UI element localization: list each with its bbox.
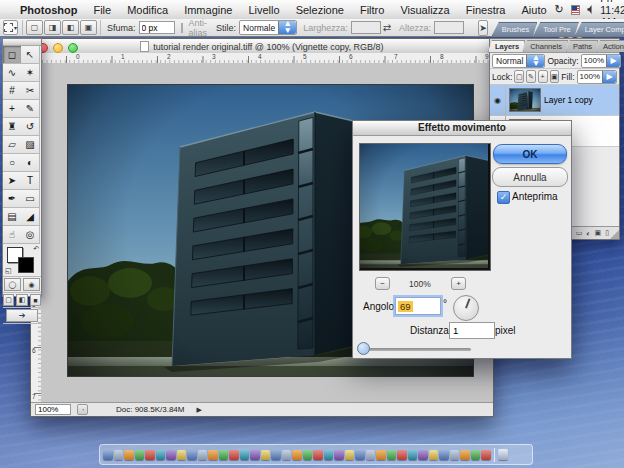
document-title-bar[interactable]: tutorial render original.tiff @ 100% (Vi… xyxy=(31,39,493,54)
height-input[interactable] xyxy=(434,21,464,34)
default-colors-icon[interactable]: ◱ xyxy=(5,267,12,275)
tool-hand[interactable]: ☝ xyxy=(3,226,22,244)
layer-name[interactable]: Layer 1 copy xyxy=(544,95,593,105)
angle-dial[interactable] xyxy=(453,295,479,321)
volume-icon[interactable] xyxy=(587,5,593,14)
toolbox-title-bar[interactable] xyxy=(3,39,41,46)
tool-dodge[interactable]: ◐ xyxy=(21,154,40,172)
layer-set-icon[interactable]: ▭ xyxy=(576,229,583,237)
tool-clone-stamp[interactable]: ♜ xyxy=(3,118,22,136)
feather-input[interactable] xyxy=(139,21,175,34)
add-selection-button[interactable]: ◨ xyxy=(44,20,61,35)
dock-icon[interactable] xyxy=(114,450,124,460)
dock-icon[interactable] xyxy=(408,450,418,460)
background-color-swatch[interactable] xyxy=(18,257,34,273)
status-arrow-icon[interactable]: ▶ xyxy=(196,406,201,414)
distance-slider-knob[interactable] xyxy=(357,342,370,355)
dock-icon[interactable] xyxy=(261,450,271,460)
tool-pen[interactable]: ✒ xyxy=(3,190,22,208)
tool-eraser[interactable]: ▱ xyxy=(3,136,22,154)
fullscreen-menubar-button[interactable]: ◧ xyxy=(16,294,27,306)
menu-finestra[interactable]: Finestra xyxy=(458,4,514,16)
tool-zoom[interactable]: ◎ xyxy=(21,226,40,244)
dock-icon[interactable] xyxy=(429,450,439,460)
tool-magic-wand[interactable]: ✶ xyxy=(21,64,40,82)
subtract-selection-button[interactable]: ◧ xyxy=(62,20,79,35)
menu-filtro[interactable]: Filtro xyxy=(352,4,392,16)
dock-icon[interactable] xyxy=(145,450,155,460)
distance-input[interactable] xyxy=(449,322,495,339)
resize-grip[interactable] xyxy=(610,230,619,239)
delete-layer-icon[interactable]: ▯ xyxy=(605,229,609,237)
new-selection-button[interactable]: ▢ xyxy=(26,20,43,35)
dock-icon[interactable] xyxy=(471,450,481,460)
palette-well-tab-layer-comps[interactable]: Layer Comps xyxy=(575,22,624,36)
input-language-flag-icon[interactable] xyxy=(571,5,581,15)
dock-icon[interactable] xyxy=(387,450,397,460)
dock-icon[interactable] xyxy=(156,450,166,460)
tool-shape[interactable]: ▭ xyxy=(21,190,40,208)
trash-icon[interactable] xyxy=(498,449,508,460)
dock-icon[interactable] xyxy=(450,450,460,460)
dock-icon[interactable] xyxy=(397,450,407,460)
preview-image[interactable] xyxy=(360,144,488,268)
dialog-title-bar[interactable]: Effetto movimento xyxy=(353,121,571,136)
tool-notes[interactable]: ▤ xyxy=(3,208,22,226)
distance-slider-track[interactable] xyxy=(361,348,471,351)
menu-livello[interactable]: Livello xyxy=(240,4,287,16)
visibility-eye-icon[interactable]: ◉ xyxy=(490,85,506,115)
cancel-button[interactable]: Annulla xyxy=(492,167,568,187)
blend-mode-dropdown[interactable]: Normal ▲▼ xyxy=(492,54,545,68)
fill-field[interactable]: 100% ▶ xyxy=(577,70,617,84)
lock-all-button[interactable]: ▣ xyxy=(550,70,560,83)
menu-modifica[interactable]: Modifica xyxy=(119,4,176,16)
antialias-checkbox[interactable] xyxy=(181,23,183,33)
dock-icon[interactable] xyxy=(240,450,250,460)
dock-icon[interactable] xyxy=(271,450,281,460)
dock-icon[interactable] xyxy=(460,450,470,460)
dock-icon[interactable] xyxy=(208,450,218,460)
tab-channels[interactable]: Channels xyxy=(523,40,568,52)
status-menu-icon[interactable]: ◔ xyxy=(77,404,88,415)
dock-icon[interactable] xyxy=(282,450,292,460)
menu-immagine[interactable]: Immagine xyxy=(176,4,240,16)
layer-row-selected[interactable]: ◉ Layer 1 copy xyxy=(490,85,619,116)
palette-well-tab-tool-presets[interactable]: Tool Pre xyxy=(533,22,579,36)
adjustment-layer-icon[interactable]: ◐ xyxy=(586,230,590,237)
dock-icon[interactable] xyxy=(418,450,428,460)
new-layer-icon[interactable]: ▣ xyxy=(595,229,602,237)
standard-mode-button[interactable]: ◯ xyxy=(4,278,21,291)
swap-dimensions-icon[interactable]: ⇄ xyxy=(383,22,391,33)
standard-screen-button[interactable]: ▢ xyxy=(3,294,14,306)
angle-input[interactable]: 69 xyxy=(395,297,441,315)
dock-icon[interactable] xyxy=(219,450,229,460)
tool-preset-picker[interactable]: ▾ xyxy=(3,20,18,35)
tool-brush[interactable]: ✎ xyxy=(21,100,40,118)
dock-icon[interactable] xyxy=(313,450,323,460)
dock-icon[interactable] xyxy=(198,450,208,460)
dock-icon[interactable] xyxy=(103,450,113,460)
dock-icon[interactable] xyxy=(177,450,187,460)
dock-icon[interactable] xyxy=(135,450,145,460)
dock-icon[interactable] xyxy=(376,450,386,460)
dock-icon[interactable] xyxy=(355,450,365,460)
lock-position-button[interactable]: + xyxy=(538,70,548,83)
dock-icon[interactable] xyxy=(334,450,344,460)
tool-gradient[interactable]: ▨ xyxy=(21,136,40,154)
dock-icon[interactable] xyxy=(366,450,376,460)
lock-transparency-button[interactable]: ▢ xyxy=(514,70,524,83)
edit-in-imageready-button[interactable]: ➔ xyxy=(6,309,38,322)
menu-aiuto[interactable]: Aiuto xyxy=(513,4,554,16)
dock-icon[interactable] xyxy=(166,450,176,460)
dock-icon[interactable] xyxy=(229,450,239,460)
dock-icon[interactable] xyxy=(324,450,334,460)
preview-checkbox[interactable]: ✓ xyxy=(497,191,510,204)
menu-selezione[interactable]: Selezione xyxy=(288,4,352,16)
dock-icon[interactable] xyxy=(345,450,355,460)
zoom-in-button[interactable]: + xyxy=(451,277,466,290)
quick-mask-mode-button[interactable]: ◉ xyxy=(23,278,40,291)
dock-icon[interactable] xyxy=(187,450,197,460)
tool-eyedropper[interactable]: ◢ xyxy=(21,208,40,226)
tool-blur[interactable]: ○ xyxy=(3,154,22,172)
menu-file[interactable]: File xyxy=(85,4,119,16)
